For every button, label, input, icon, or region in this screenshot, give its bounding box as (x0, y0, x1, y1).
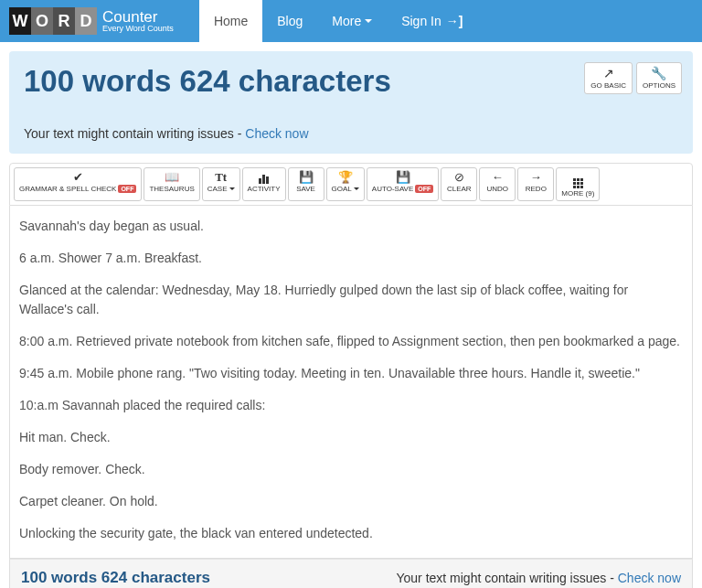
text-icon: Tt (207, 171, 235, 184)
floppy-icon: 💾 (372, 171, 434, 184)
save-button[interactable]: 💾 SAVE (288, 167, 324, 201)
editor-paragraph: Carpet cleaner. On hold. (19, 492, 683, 511)
button-label: CLEAR (446, 185, 472, 193)
button-label: GOAL (332, 185, 359, 193)
button-label: AUTO-SAVEOFF (372, 185, 434, 193)
nav-label: Sign In (401, 14, 441, 28)
go-basic-button[interactable]: ↗ GO BASIC (584, 62, 633, 94)
editor-paragraph: Glanced at the calendar: Wednesday, May … (19, 281, 683, 319)
button-label: MORE (9) (561, 189, 594, 198)
nav-signin[interactable]: Sign In→] (387, 0, 477, 42)
footer-word-count: 100 words 624 characters (21, 569, 210, 587)
button-label: SAVE (293, 185, 319, 193)
editor-paragraph: Body remover. Check. (19, 460, 683, 479)
case-button[interactable]: Tt CASE (202, 167, 240, 201)
autosave-button[interactable]: 💾 AUTO-SAVEOFF (367, 167, 440, 201)
logo[interactable]: W O R D Counter Every Word Counts (9, 0, 181, 42)
editor-paragraph: Unlocking the security gate, the black v… (19, 524, 683, 543)
nav-label: Home (214, 14, 248, 28)
editor-paragraph: 8:00 a.m. Retrieved private notebook fro… (19, 332, 683, 351)
activity-button[interactable]: ACTIVITY (242, 167, 286, 201)
signin-icon: →] (446, 14, 463, 28)
off-badge: OFF (415, 185, 433, 193)
grid-icon (561, 171, 594, 188)
chevron-down-icon (365, 19, 372, 23)
editor-paragraph: Savannah's day began as usual. (19, 217, 683, 236)
logo-letter-d: D (75, 7, 97, 35)
editor-paragraph: 6 a.m. Shower 7 a.m. Breakfast. (19, 249, 683, 268)
grammar-check-button[interactable]: ✔ GRAMMAR & SPELL CHECKOFF (14, 167, 142, 201)
logo-letter-r: R (53, 7, 75, 35)
button-label: OPTIONS (643, 81, 675, 90)
nav-items: Home Blog More Sign In→] (199, 0, 478, 42)
writing-issues-text: Your text might contain writing issues -… (24, 126, 678, 141)
button-label: UNDO (484, 185, 510, 193)
trophy-icon: 🏆 (332, 171, 359, 184)
issues-prefix: Your text might contain writing issues - (24, 126, 245, 141)
footer-bar: 100 words 624 characters Your text might… (9, 559, 693, 588)
logo-letter-o: O (31, 7, 53, 35)
nav-label: Blog (277, 14, 303, 28)
nav-home[interactable]: Home (199, 0, 262, 42)
editor-paragraph: Hit man. Check. (19, 428, 683, 447)
word-count-title: 100 words 624 characters (24, 64, 678, 99)
header-buttons: ↗ GO BASIC 🔧 OPTIONS (584, 62, 682, 94)
check-icon: ✔ (19, 171, 136, 184)
text-editor[interactable]: Savannah's day began as usual.6 a.m. Sho… (9, 206, 693, 559)
floppy-icon: 💾 (293, 171, 319, 184)
issues-prefix: Your text might contain writing issues - (396, 571, 617, 585)
check-now-link[interactable]: Check now (245, 126, 308, 141)
goal-button[interactable]: 🏆 GOAL (326, 167, 365, 201)
button-label: REDO (523, 185, 548, 193)
thesaurus-button[interactable]: 📖 THESAURUS (144, 167, 199, 201)
button-label: GO BASIC (590, 81, 626, 90)
button-label: CASE (207, 185, 235, 193)
footer-issues: Your text might contain writing issues -… (396, 571, 681, 585)
ban-icon: ⊘ (446, 171, 472, 184)
arrow-right-icon: → (523, 171, 548, 184)
more-button[interactable]: MORE (9) (556, 167, 600, 201)
options-button[interactable]: 🔧 OPTIONS (636, 62, 682, 94)
book-icon: 📖 (149, 171, 194, 184)
external-link-icon: ↗ (590, 67, 626, 80)
clear-button[interactable]: ⊘ CLEAR (441, 167, 477, 201)
editor-paragraph: 10:a.m Savannah placed the required call… (19, 396, 683, 415)
nav-more[interactable]: More (317, 0, 387, 42)
undo-button[interactable]: ← UNDO (479, 167, 516, 201)
arrow-left-icon: ← (484, 171, 510, 184)
redo-button[interactable]: → REDO (517, 167, 554, 201)
logo-letter-w: W (9, 7, 31, 35)
toolbar: ✔ GRAMMAR & SPELL CHECKOFF 📖 THESAURUS T… (9, 163, 693, 206)
navbar: W O R D Counter Every Word Counts Home B… (0, 0, 702, 42)
button-label: ACTIVITY (248, 185, 281, 193)
nav-blog[interactable]: Blog (262, 0, 317, 42)
bar-chart-icon (248, 171, 281, 184)
editor-paragraph: 9:45 a.m. Mobile phone rang. "Two visiti… (19, 364, 683, 383)
logo-subtitle: Every Word Counts (102, 25, 174, 33)
button-label: GRAMMAR & SPELL CHECKOFF (19, 185, 136, 193)
logo-text: Counter Every Word Counts (102, 9, 174, 33)
button-label: THESAURUS (149, 185, 194, 193)
nav-label: More (332, 14, 361, 28)
off-badge: OFF (118, 185, 136, 193)
chevron-down-icon (229, 187, 235, 190)
wrench-icon: 🔧 (643, 67, 675, 80)
logo-title: Counter (102, 9, 174, 25)
logo-word: W O R D (9, 7, 97, 35)
chevron-down-icon (354, 187, 359, 190)
header-panel: 100 words 624 characters Your text might… (9, 51, 693, 154)
check-now-link[interactable]: Check now (618, 571, 681, 585)
